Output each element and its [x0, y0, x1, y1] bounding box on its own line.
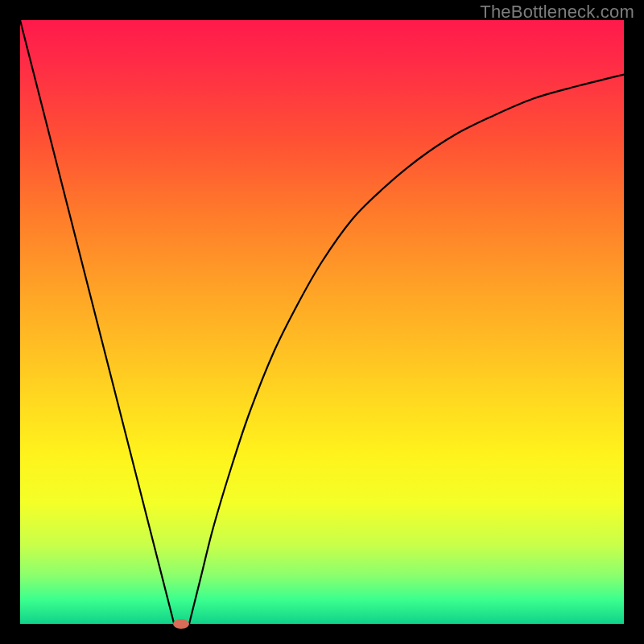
curve-path — [20, 20, 624, 624]
plot-area — [20, 20, 624, 624]
min-marker — [173, 619, 189, 630]
chart-frame: TheBottleneck.com — [0, 0, 644, 644]
watermark-text: TheBottleneck.com — [480, 2, 634, 23]
curve-layer — [20, 20, 624, 624]
